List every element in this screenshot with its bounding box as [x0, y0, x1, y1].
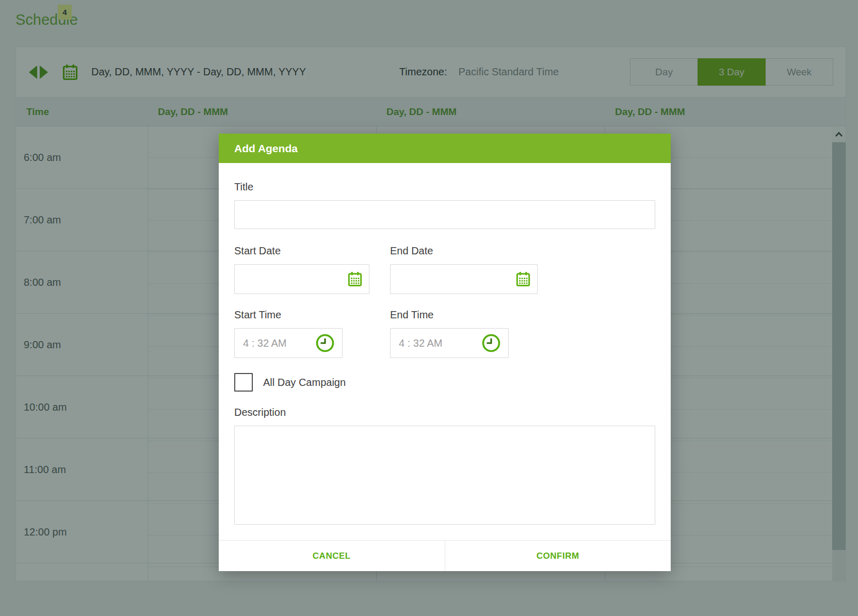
start-time-box — [234, 328, 343, 358]
all-day-label: All Day Campaign — [263, 377, 346, 388]
clock-icon — [481, 333, 501, 353]
title-field-label: Title — [234, 181, 655, 193]
description-label: Description — [234, 407, 655, 418]
end-time-picker-button[interactable] — [481, 333, 501, 353]
start-date-picker-button[interactable] — [348, 271, 362, 287]
end-date-input[interactable] — [391, 265, 537, 294]
description-textarea[interactable] — [234, 426, 655, 525]
start-time-picker-button[interactable] — [315, 333, 335, 353]
end-date-picker-button[interactable] — [516, 271, 530, 287]
confirm-button[interactable]: CONFIRM — [445, 541, 671, 571]
clock-icon — [315, 333, 335, 353]
dialog-body: Title Start Date — [219, 163, 671, 527]
add-agenda-dialog: Add Agenda Title Start Date — [219, 134, 671, 571]
end-date-label: End Date — [390, 245, 546, 257]
calendar-icon — [516, 271, 530, 287]
title-input[interactable] — [234, 200, 655, 229]
dialog-title: Add Agenda — [219, 134, 671, 163]
start-time-label: Start Time — [234, 309, 390, 321]
start-date-box — [234, 264, 369, 294]
end-time-label: End Time — [390, 309, 546, 321]
start-date-label: Start Date — [234, 245, 390, 257]
end-time-box — [390, 328, 509, 358]
cancel-button[interactable]: CANCEL — [219, 541, 445, 571]
end-date-box — [390, 264, 538, 294]
all-day-checkbox[interactable] — [234, 373, 253, 392]
calendar-icon — [348, 271, 362, 287]
dialog-footer: CANCEL CONFIRM — [219, 540, 671, 571]
